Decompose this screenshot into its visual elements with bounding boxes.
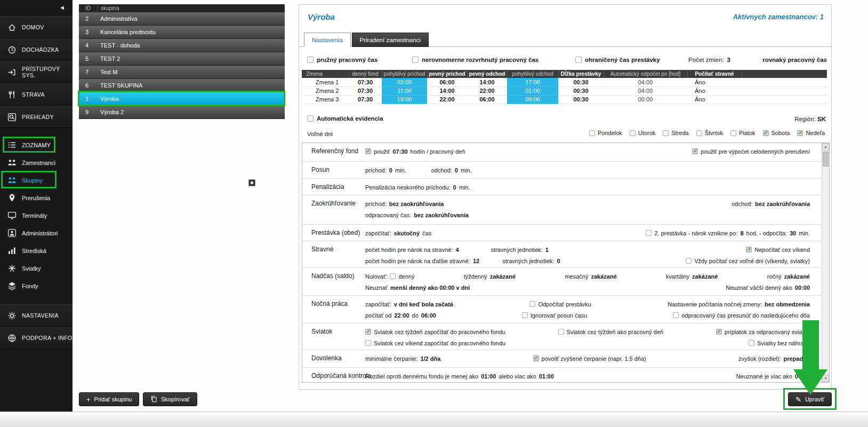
sidebar-item-podpora-info[interactable]: PODPORA + INFO (0, 327, 73, 349)
add-group-button[interactable]: + Pridať skupinu (79, 392, 139, 406)
shift-fixed-arrival: 14:00 (427, 86, 467, 95)
tab-nastavenia[interactable]: Nastavenia (304, 33, 351, 47)
setting-label: Dovolenka (302, 350, 365, 367)
sidebar-item-terminaly[interactable]: Terminály (0, 207, 73, 224)
checkbox-ohraniceny-cas[interactable] (575, 57, 582, 63)
col-pocitat-stravne: Počítať stravné (687, 70, 742, 78)
checkbox-nedela[interactable] (797, 130, 803, 136)
checkbox-presunut-cas[interactable] (673, 312, 679, 318)
value: 12 (473, 258, 479, 264)
checkbox-priplatok-sviatok[interactable] (716, 329, 722, 335)
sidebar-item-label: Strediská (22, 248, 46, 254)
checkbox-sviatok-vikend-fond[interactable] (365, 340, 371, 346)
edit-button[interactable]: ✎ Upraviť (788, 392, 832, 406)
sidebar-item-fondy[interactable]: Fondy (0, 277, 73, 295)
sidebar-item-prehlady[interactable]: PREHĽADY (0, 106, 73, 128)
option-rovnaky-cas: rovnaký pracovný čas (762, 57, 827, 63)
shift-row[interactable]: Zmena 2 07:30 11:00 14:00 22:00 01:00 00… (302, 86, 827, 95)
value: 0 (455, 167, 458, 173)
scroll-down-button[interactable]: ▼ (822, 375, 829, 382)
shift-flex-departure: 17:00 (507, 78, 558, 86)
checkbox-nerovnomerny-cas[interactable] (412, 57, 419, 63)
text: Ignorovať posun času (531, 312, 587, 319)
group-row-selected[interactable]: 1 Výroba (79, 92, 285, 106)
sidebar-item-nastavenia[interactable]: NASTAVENIA (0, 304, 73, 327)
sidebar-item-pristupovy-sys[interactable]: PRÍSTUPOVÝ SYS. (0, 61, 73, 83)
shift-fond: 07:30 (349, 95, 382, 104)
shift-row[interactable]: Zmena 3 07:30 19:00 22:00 06:00 09:00 00… (302, 95, 827, 104)
tab-priradeni-zamestnanci[interactable]: Priradení zamestnanci (352, 33, 429, 47)
terminal-icon (6, 211, 17, 220)
checkbox-odpocitat-prestavku[interactable] (529, 301, 535, 307)
text: príplatok za odpracovaný sviatok (725, 329, 810, 335)
checkbox-sviatok-pracovny-den[interactable] (558, 329, 564, 335)
checkbox-nepocitat-vikend[interactable] (746, 247, 752, 252)
group-row[interactable]: 9 Výroba 2 (79, 106, 285, 119)
text: alebo viac ako (499, 373, 536, 379)
option-pruzny-cas: pružný pracovný čas (307, 57, 377, 63)
checkbox-vzdy-pocitat-volne-dni[interactable] (686, 258, 692, 264)
checkbox-piatok[interactable] (730, 130, 736, 136)
sidebar-item-prerusenia[interactable]: Prerušenia (0, 189, 73, 207)
checkbox-pouzit-fond[interactable] (365, 148, 371, 154)
checkbox-streda[interactable] (663, 130, 669, 136)
sidebar-item-dochadzka[interactable]: DOCHÁDZKA (0, 38, 73, 61)
region-label: Región: (794, 116, 816, 122)
scroll-thumb[interactable] (823, 152, 829, 167)
setting-label: Posun (302, 162, 365, 178)
free-days-row: Pondelok Utorok Streda Štvrtok Piatok So… (589, 130, 825, 136)
checkbox-pondelok[interactable] (589, 130, 595, 136)
checkbox-nulovat-denny[interactable] (390, 273, 396, 279)
sidebar-item-sviatky[interactable]: Sviatky (0, 259, 73, 277)
sidebar-item-administratori[interactable]: Administrátori (0, 224, 73, 242)
checkbox-zvysene-cerpanie[interactable] (533, 355, 539, 361)
group-row[interactable]: 4 TEST - dohoda (79, 39, 285, 52)
checkbox-sobota[interactable] (763, 130, 769, 136)
checkbox-celodenne-prerusenia[interactable] (692, 148, 698, 154)
option-label: rovnaký pracovný čas (762, 57, 827, 63)
checkbox-sviatok-tyzden-fond[interactable] (365, 329, 371, 335)
sidebar-item-domov[interactable]: DOMOV (0, 16, 73, 38)
sidebar-item-label: STRAVA (22, 91, 45, 98)
value: 1/2 dňa (420, 355, 440, 362)
checkbox-sviatky-bez-nahrady[interactable] (749, 340, 754, 346)
group-row[interactable]: 2 Administratíva (79, 12, 285, 26)
group-row[interactable]: 5 TEST 2 (79, 52, 285, 66)
group-list-panel: ID skupina 2 Administratíva 3 Kancelária… (79, 4, 285, 119)
shift-fond: 07:30 (349, 86, 382, 95)
checkbox-ignorovat-posun[interactable] (522, 312, 528, 318)
collapse-icon[interactable]: ◄ (59, 4, 65, 11)
auto-evidence-label: Automatická evidencia (317, 115, 383, 122)
checkbox-stvrtok[interactable] (696, 130, 702, 136)
value: 00:00 (795, 373, 810, 379)
shift-row[interactable]: Zmena 1 07:30 03:00 06:00 14:00 17:00 00… (302, 78, 827, 86)
checkbox-automaticka-evidencia[interactable] (307, 115, 314, 122)
sidebar-item-zamestnanci[interactable]: Zamestnanci (0, 154, 73, 171)
sidebar-item-skupiny[interactable]: Skupiny (0, 171, 73, 189)
shift-break: 00:30 (558, 86, 604, 95)
window-bottom-strip (0, 412, 868, 427)
checkbox-utorok[interactable] (630, 130, 636, 136)
group-row[interactable]: 7 Test M (79, 66, 285, 79)
plus-icon: + (86, 396, 91, 403)
holiday-icon (6, 264, 17, 273)
checkbox-pruzny-cas[interactable] (307, 57, 314, 63)
value: 1 (545, 247, 549, 253)
sidebar-item-strediska[interactable]: Strediská (0, 242, 73, 259)
support-icon (6, 334, 17, 343)
checkbox-druha-prestavka[interactable] (646, 230, 652, 236)
detail-panel: Výroba Aktívnych zamestnancov: 1 Nastave… (299, 4, 832, 390)
group-row[interactable]: 3 Kancelária prednostu (79, 26, 285, 39)
sidebar-item-label: PODPORA + INFO (22, 335, 73, 341)
group-row[interactable]: 6 TEST SKUPINA (79, 79, 285, 92)
value: 01:00 (481, 373, 496, 379)
text: Neuznať väčší denný ako (726, 284, 792, 291)
text: min. (395, 167, 406, 173)
shift-auto-deduct: 00:00 (604, 95, 687, 104)
value: 30 (790, 230, 796, 236)
scroll-up-button[interactable]: ▲ (822, 143, 829, 151)
day-label: Streda (671, 130, 688, 136)
copy-group-button[interactable]: Skopírovať (143, 392, 197, 406)
sidebar-item-zoznamy[interactable]: ZOZNAMY (0, 136, 73, 154)
sidebar-item-strava[interactable]: STRAVA (0, 83, 73, 106)
